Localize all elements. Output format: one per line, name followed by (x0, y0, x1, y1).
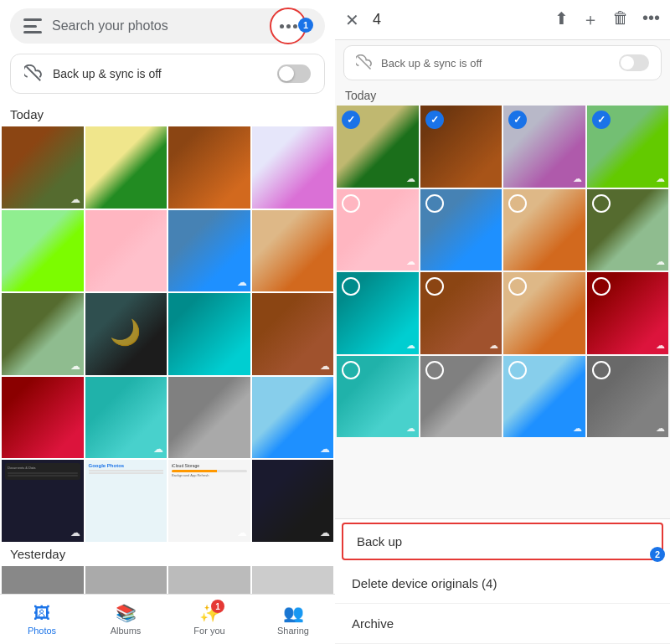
photo-cell[interactable]: ☁ (2, 126, 84, 209)
right-backup-bar: Back up & sync is off (343, 45, 662, 80)
photo-cell[interactable]: ☁ (168, 210, 250, 292)
right-photo-cell[interactable]: ☁ (503, 106, 585, 188)
today-label: Today (0, 102, 335, 126)
three-dots-badge: 1 (298, 18, 313, 33)
select-circle (592, 277, 611, 296)
select-circle (592, 111, 611, 129)
sync-off-icon: ☁ (656, 173, 665, 184)
archive-action[interactable]: Archive (335, 604, 670, 644)
photo-cell[interactable] (85, 566, 168, 595)
sharing-label: Sharing (277, 626, 309, 636)
left-panel: Search your photos 1 Back up & sync is o… (0, 0, 335, 644)
photo-cell[interactable] (2, 566, 84, 595)
nav-item-sharing[interactable]: 👥 Sharing (251, 595, 335, 644)
photo-cell[interactable]: ☁ (252, 460, 334, 542)
sync-off-icon: ☁ (406, 423, 415, 434)
share-icon[interactable]: ⬆ (554, 8, 569, 31)
nav-item-photos[interactable]: 🖼 Photos (0, 595, 84, 644)
select-circle (425, 277, 444, 296)
select-circle (425, 194, 444, 213)
backup-action[interactable]: Back up (342, 523, 663, 560)
right-photo-cell[interactable]: ☁ (587, 272, 669, 354)
right-photo-cell[interactable]: ☁ (420, 272, 502, 354)
photo-cell[interactable]: ☁ (252, 377, 334, 459)
select-circle (592, 361, 611, 379)
for-you-label: For you (193, 626, 224, 636)
photo-cell[interactable]: 🌙 (85, 293, 168, 375)
nav-item-albums[interactable]: 📚 Albums (84, 595, 168, 644)
sync-off-icon: ☁ (237, 276, 247, 288)
right-today-label: Today (335, 85, 670, 106)
photo-cell[interactable] (168, 293, 250, 375)
select-circle (508, 361, 527, 379)
sync-off-icon: ☁ (406, 340, 415, 351)
photo-cell[interactable] (85, 126, 168, 209)
photo-scroll-area[interactable]: Today ☁ ☁ (0, 102, 335, 594)
right-photo-cell[interactable]: ☁ (587, 189, 669, 271)
select-circle (592, 194, 611, 213)
photo-cell[interactable] (2, 377, 84, 459)
right-photo-cell[interactable]: ☁ (337, 356, 419, 438)
right-photo-cell[interactable]: ☁ (337, 272, 419, 354)
photo-cell[interactable]: Google Photos (85, 460, 168, 542)
photo-grid-today: ☁ ☁ (0, 126, 335, 542)
right-photo-cell[interactable]: ☁ (337, 189, 419, 271)
bottom-nav: 🖼 Photos 📚 Albums ✨ For you 1 👥 Sharing (0, 594, 335, 644)
delete-originals-action[interactable]: Delete device originals (4) (335, 564, 670, 604)
right-photo-cell[interactable] (503, 189, 585, 271)
right-photo-cell[interactable]: ☁ (587, 356, 669, 438)
action-sheet: Back up 2 Delete device originals (4) Ar… (335, 518, 670, 644)
select-circle (508, 111, 527, 129)
backup-toggle[interactable] (277, 64, 311, 83)
photo-cell[interactable] (168, 377, 250, 459)
close-button[interactable]: ✕ (345, 10, 359, 30)
photos-label: Photos (28, 626, 56, 636)
right-photo-cell[interactable] (420, 189, 502, 271)
photo-cell[interactable]: iCloud Storage Background App Refresh ☁ (168, 460, 250, 542)
photo-cell[interactable]: Documents & Data ☁ (2, 460, 84, 542)
select-circle (342, 194, 360, 213)
sharing-icon: 👥 (283, 603, 304, 623)
sync-off-icon: ☁ (489, 340, 498, 351)
photo-cell[interactable] (252, 566, 334, 595)
photo-cell[interactable]: ☁ (85, 377, 168, 459)
sync-off-icon: ☁ (320, 360, 330, 372)
sync-off-icon: ☁ (70, 360, 80, 372)
delete-icon[interactable]: 🗑 (612, 8, 629, 31)
right-photo-cell[interactable] (420, 106, 502, 188)
photo-cell[interactable] (85, 210, 168, 292)
sync-off-icon: ☁ (70, 193, 80, 205)
sync-off-icon: ☁ (656, 340, 665, 351)
photo-cell[interactable] (168, 126, 250, 209)
hamburger-icon[interactable] (23, 18, 42, 33)
yesterday-label: Yesterday (0, 542, 335, 566)
photo-grid-yesterday (0, 566, 335, 595)
right-photo-cell[interactable] (503, 272, 585, 354)
sync-off-icon: ☁ (573, 423, 582, 434)
select-circle (425, 361, 444, 379)
backup-label: Back up & sync is off (53, 67, 267, 80)
photo-cell[interactable]: ☁ (2, 293, 84, 375)
sync-off-icon: ☁ (406, 256, 415, 267)
right-photo-cell[interactable]: ☁ (337, 106, 419, 188)
right-photo-cell[interactable]: ☁ (587, 106, 669, 188)
select-circle (508, 194, 527, 213)
nav-item-for-you[interactable]: ✨ For you 1 (168, 595, 251, 644)
search-bar: Search your photos 1 (10, 8, 325, 44)
right-photo-scroll[interactable]: ☁ ☁ ☁ ☁ (335, 106, 670, 437)
right-photo-cell[interactable] (420, 356, 502, 438)
albums-icon: 📚 (116, 603, 137, 623)
action-badge: 2 (650, 547, 665, 562)
photo-cell[interactable]: ☁ (252, 293, 334, 375)
right-photo-cell[interactable]: ☁ (503, 356, 585, 438)
more-icon[interactable]: ••• (642, 8, 660, 31)
add-icon[interactable]: ＋ (582, 8, 599, 31)
sync-off-icon: ☁ (153, 443, 163, 455)
photo-cell[interactable] (252, 126, 334, 209)
right-panel: ✕ 4 ⬆ ＋ 🗑 ••• Back up & sync is off Toda… (335, 0, 670, 644)
photo-cell[interactable] (168, 566, 250, 595)
sync-off-icon: ☁ (656, 256, 665, 267)
photo-cell[interactable] (2, 210, 84, 292)
photo-cell[interactable] (252, 210, 334, 292)
select-circle (342, 277, 360, 296)
